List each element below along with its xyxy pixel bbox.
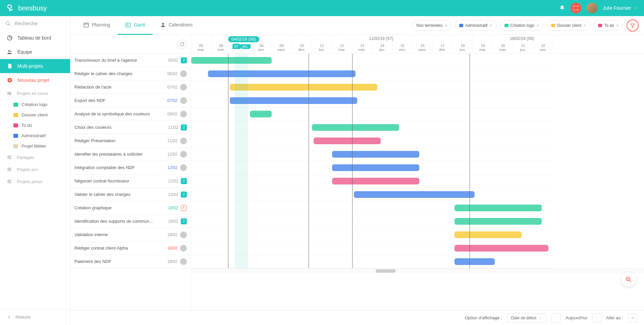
project-item[interactable]: Dossier client (0, 110, 70, 120)
task-row[interactable]: Transmission du brief à l'agence05/022 (70, 54, 191, 67)
gantt-row (191, 255, 553, 268)
fullscreen-button[interactable] (571, 3, 581, 13)
task-row[interactable]: Choix des couleurs11/022 (70, 121, 191, 134)
scroll-thumb[interactable] (376, 269, 396, 273)
search-input[interactable]: Recherche (0, 16, 70, 31)
svg-rect-6 (7, 92, 11, 95)
task-date: 13/02 (166, 192, 178, 197)
gantt-chart[interactable]: 04/02/19 (S6)11/02/19 (S7)18/02/19 (S8)0… (191, 35, 644, 310)
tab-calendriers[interactable]: Calendriers (153, 16, 200, 35)
bag-icon (13, 144, 18, 148)
task-name: Création graphique (74, 205, 166, 210)
refresh-button[interactable] (177, 40, 187, 49)
task-row[interactable]: Validation interne18/02 (70, 228, 191, 241)
filter-chip[interactable]: Non terminées× (412, 20, 451, 31)
task-date: 12/02 (165, 152, 177, 157)
task-row[interactable]: Rédaction de l'acte07/02 (70, 80, 191, 94)
gantt-bar[interactable] (332, 151, 419, 158)
sidebar-section-shared[interactable]: P Partagés (0, 151, 70, 163)
project-item[interactable]: Projet Métier (0, 141, 70, 151)
gantt-bar[interactable] (208, 70, 356, 77)
gantt-row (191, 54, 553, 67)
task-row[interactable]: Identification des supports de commun…18… (70, 215, 191, 228)
bell-icon[interactable] (559, 5, 565, 11)
project-item[interactable]: Administratif (0, 130, 70, 141)
task-row[interactable]: Rédiger Présentation11/02 (70, 134, 191, 148)
gantt-icon (125, 22, 131, 28)
gantt-body (191, 54, 553, 268)
filter-button[interactable] (627, 19, 639, 32)
gantt-bar[interactable] (230, 84, 377, 91)
gantt-row (191, 215, 553, 228)
gantt-bar[interactable] (312, 124, 399, 131)
gantt-bar[interactable] (314, 138, 381, 144)
svg-point-0 (8, 5, 11, 8)
task-name: Rédiger le cahier des charges (74, 71, 165, 76)
nav-dashboard[interactable]: Tableau de bord (0, 31, 70, 45)
gantt-bar[interactable] (332, 178, 419, 184)
task-row[interactable]: Export des NDF07/02 (70, 94, 191, 107)
next-button[interactable] (592, 313, 601, 323)
gantt-bar[interactable] (454, 218, 542, 225)
refresh-icon (180, 42, 184, 47)
close-icon[interactable]: × (536, 23, 539, 28)
project-item[interactable]: Création logo (0, 99, 70, 110)
user-menu[interactable]: Julie Fournier (603, 5, 637, 11)
gantt-bar[interactable] (454, 205, 542, 211)
nav-file[interactable]: Multi-projets (0, 59, 70, 73)
gantt-row (191, 174, 553, 188)
nav-team[interactable]: Équipe (0, 45, 70, 59)
task-date: 07/02 (165, 85, 177, 90)
week-label: 11/02/19 (S7) (369, 36, 393, 41)
user-avatar[interactable] (587, 3, 597, 13)
filter-chip[interactable]: To do× (594, 20, 623, 31)
task-name: Valider le cahier des charges (74, 192, 166, 197)
bag-icon (13, 103, 18, 107)
zoom-button[interactable] (621, 272, 636, 287)
task-row[interactable]: Rédiger contrat client Alpha18/02 (70, 241, 191, 255)
gantt-bar[interactable] (454, 245, 548, 252)
tab-gantt[interactable]: Gantt (118, 16, 153, 35)
tab-planning[interactable]: Planning (76, 16, 118, 35)
reduce-sidebar-button[interactable]: Réduire (0, 309, 70, 325)
task-row[interactable]: Intégration comptable des NDF12/02 (70, 161, 191, 174)
task-row[interactable]: Création graphique18/02F (70, 201, 191, 215)
filter-chip[interactable]: Création logo× (500, 20, 544, 31)
project-item[interactable]: To do (0, 120, 70, 130)
gantt-row (191, 94, 553, 107)
task-row[interactable]: Négocier contrat fournisseur12/022 (70, 174, 191, 188)
team-icon (7, 49, 13, 55)
date-picker-button[interactable] (628, 313, 637, 323)
close-icon[interactable]: × (583, 23, 586, 28)
close-icon[interactable]: × (616, 23, 619, 28)
task-row[interactable]: Paiement des NDF18/02 (70, 255, 191, 268)
gantt-bar[interactable] (230, 97, 357, 104)
gantt-bar[interactable] (250, 111, 272, 117)
prev-button[interactable] (551, 313, 561, 323)
gantt-row (191, 241, 553, 255)
task-row[interactable]: Identifier les prestataires à solliciter… (70, 148, 191, 161)
close-icon[interactable]: × (444, 23, 447, 28)
task-row[interactable]: Rédiger le cahier des charges06/02 (70, 67, 191, 80)
gantt-bar[interactable] (454, 258, 495, 265)
horizontal-scrollbar[interactable] (191, 268, 644, 273)
sidebar-section-pro[interactable]: P Projets pro (0, 163, 70, 175)
day-column: 17dim. (433, 35, 453, 53)
task-date: 12/02 (165, 165, 177, 170)
task-row[interactable]: Analyse de la symbolique des couleurs08/… (70, 107, 191, 121)
sort-select[interactable]: Date de début (507, 313, 547, 323)
sidebar-section-perso[interactable]: P Projets perso (0, 175, 70, 187)
gantt-bar[interactable] (454, 231, 522, 238)
gantt-bar[interactable] (332, 164, 419, 171)
close-icon[interactable]: × (489, 23, 492, 28)
gantt-bar[interactable] (354, 191, 475, 198)
gantt-header: 04/02/19 (S6)11/02/19 (S7)18/02/19 (S8)0… (191, 35, 644, 54)
task-avatar (180, 111, 187, 117)
today-button[interactable]: Aujourd'hui (566, 315, 587, 320)
filter-chip[interactable]: Dossier client× (547, 20, 590, 31)
gantt-bar[interactable] (191, 57, 272, 64)
filter-chip[interactable]: Administratif× (455, 20, 496, 31)
nav-plus[interactable]: Nouveau projet (0, 73, 70, 87)
task-row[interactable]: Valider le cahier des charges13/022 (70, 188, 191, 201)
brand-logo[interactable]: beesbusy (7, 4, 47, 12)
